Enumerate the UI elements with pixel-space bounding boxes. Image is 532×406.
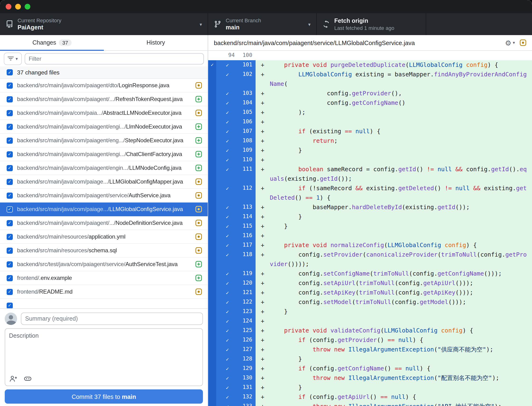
- line-included-check[interactable]: ✓: [216, 335, 238, 345]
- hunk-included-gutter[interactable]: [208, 70, 216, 89]
- file-row[interactable]: ✓frontend/.env.example: [0, 271, 208, 285]
- file-row[interactable]: ✓backend/src/main/resources/application.…: [0, 230, 208, 244]
- file-checkbox[interactable]: ✓: [7, 289, 13, 295]
- line-included-check[interactable]: ✓: [216, 222, 238, 231]
- hunk-included-gutter[interactable]: [208, 392, 216, 402]
- hunk-included-gutter[interactable]: [208, 203, 216, 212]
- file-row[interactable]: ✓backend/src/main/java/com/paiagent/engi…: [0, 147, 208, 161]
- file-checkbox[interactable]: ✓: [7, 261, 13, 267]
- line-included-check[interactable]: ✓: [216, 345, 238, 354]
- file-row[interactable]: ✓backend/src/main/java/com/paiage.../LLM…: [0, 203, 208, 216]
- hunk-included-gutter[interactable]: [208, 364, 216, 373]
- hunk-included-gutter[interactable]: [208, 127, 216, 136]
- copilot-icon[interactable]: [24, 375, 32, 382]
- line-included-check[interactable]: ✓: [216, 288, 238, 297]
- line-included-check[interactable]: ✓: [216, 136, 238, 146]
- file-checkbox[interactable]: ✓: [7, 302, 13, 308]
- hunk-included-gutter[interactable]: ✓: [208, 60, 216, 70]
- hunk-included-gutter[interactable]: [208, 231, 216, 240]
- file-row[interactable]: ✓backend/src/main/java/com/paiagent/serv…: [0, 189, 208, 203]
- hunk-included-gutter[interactable]: [208, 297, 216, 307]
- current-repository-button[interactable]: Current Repository PaiAgent ▾: [0, 13, 208, 35]
- file-row[interactable]: ✓backend/src/main/java/com/paiagent/eng.…: [0, 134, 208, 147]
- file-checkbox[interactable]: ✓: [7, 220, 13, 226]
- hunk-included-gutter[interactable]: [208, 155, 216, 165]
- tab-changes[interactable]: Changes 37: [0, 35, 104, 50]
- file-checkbox[interactable]: ✓: [7, 123, 13, 130]
- hunk-included-gutter[interactable]: [208, 307, 216, 316]
- line-included-check[interactable]: ✓: [216, 146, 238, 155]
- hunk-included-gutter[interactable]: [208, 146, 216, 155]
- file-checkbox[interactable]: ✓: [7, 165, 13, 171]
- file-checkbox[interactable]: ✓: [7, 234, 13, 240]
- hunk-included-gutter[interactable]: [208, 117, 216, 127]
- line-included-check[interactable]: ✓: [216, 269, 238, 278]
- select-all-checkbox[interactable]: ✓: [7, 69, 13, 75]
- line-included-check[interactable]: ✓: [216, 373, 238, 383]
- line-included-check[interactable]: ✓: [216, 212, 238, 222]
- file-checkbox[interactable]: ✓: [7, 275, 13, 281]
- diff-options-button[interactable]: ⚙ ▾: [505, 39, 515, 46]
- filter-options-button[interactable]: ▾: [4, 52, 22, 65]
- file-checkbox[interactable]: ✓: [7, 151, 13, 157]
- file-checkbox[interactable]: ✓: [7, 247, 13, 254]
- hunk-included-gutter[interactable]: [208, 89, 216, 98]
- line-included-check[interactable]: ✓: [216, 240, 238, 250]
- current-branch-button[interactable]: Current Branch main ▾: [208, 13, 317, 35]
- hunk-included-gutter[interactable]: [208, 108, 216, 117]
- file-checkbox[interactable]: ✓: [7, 192, 13, 198]
- zoom-window-button[interactable]: [25, 4, 30, 9]
- file-row[interactable]: ✓backend/src/main/java/com/paiagent/engi…: [0, 161, 208, 175]
- hunk-included-gutter[interactable]: [208, 136, 216, 146]
- line-included-check[interactable]: ✓: [216, 203, 238, 212]
- line-included-check[interactable]: ✓: [216, 108, 238, 117]
- hunk-included-gutter[interactable]: [208, 184, 216, 203]
- hunk-included-gutter[interactable]: [208, 222, 216, 231]
- hunk-included-gutter[interactable]: [208, 373, 216, 383]
- file-row[interactable]: ✓backend/src/main/java/com/paiagent/.../…: [0, 93, 208, 106]
- line-included-check[interactable]: ✓: [216, 155, 238, 165]
- line-included-check[interactable]: ✓: [216, 89, 238, 98]
- hunk-included-gutter[interactable]: [208, 326, 216, 335]
- line-included-check[interactable]: ✓: [216, 297, 238, 307]
- file-checkbox[interactable]: ✓: [7, 82, 13, 88]
- line-included-check[interactable]: ✓: [216, 383, 238, 392]
- line-included-check[interactable]: ✓: [216, 354, 238, 364]
- line-included-check[interactable]: ✓: [216, 278, 238, 288]
- hunk-included-gutter[interactable]: [208, 335, 216, 345]
- hunk-included-gutter[interactable]: [208, 316, 216, 326]
- line-included-check[interactable]: ✓: [216, 117, 238, 127]
- line-included-check[interactable]: ✓: [216, 60, 238, 70]
- fetch-origin-button[interactable]: Fetch origin Last fetched 1 minute ago: [317, 13, 426, 35]
- file-row[interactable]: ✓backend/src/main/java/com/paia.../Abstr…: [0, 106, 208, 120]
- add-coauthor-button[interactable]: [9, 375, 18, 382]
- filter-input[interactable]: [24, 53, 204, 64]
- file-checkbox[interactable]: ✓: [7, 179, 13, 185]
- file-row[interactable]: ✓backend/src/main/java/com/paiagent/dto/…: [0, 79, 208, 93]
- line-included-check[interactable]: ✓: [216, 165, 238, 184]
- hunk-included-gutter[interactable]: [208, 383, 216, 392]
- hunk-included-gutter[interactable]: [208, 250, 216, 269]
- file-checkbox[interactable]: ✓: [7, 96, 13, 102]
- hunk-included-gutter[interactable]: [208, 288, 216, 297]
- file-row[interactable]: ✓backend/src/test/java/com/paiagent/serv…: [0, 258, 208, 271]
- hunk-included-gutter[interactable]: [208, 165, 216, 184]
- file-checkbox[interactable]: ✓: [7, 206, 13, 212]
- hunk-included-gutter[interactable]: [208, 269, 216, 278]
- line-included-check[interactable]: ✓: [216, 70, 238, 89]
- line-included-check[interactable]: ✓: [216, 402, 238, 406]
- commit-summary-input[interactable]: [21, 312, 203, 325]
- line-included-check[interactable]: ✓: [216, 392, 238, 402]
- line-included-check[interactable]: ✓: [216, 231, 238, 240]
- hunk-included-gutter[interactable]: [208, 212, 216, 222]
- file-row[interactable]: ✓backend/src/main/java/com/paiage.../LLM…: [0, 175, 208, 189]
- tab-history[interactable]: History: [104, 35, 208, 50]
- hunk-included-gutter[interactable]: [208, 354, 216, 364]
- hunk-included-gutter[interactable]: [208, 98, 216, 108]
- file-row[interactable]: ✓: [0, 299, 208, 308]
- line-included-check[interactable]: ✓: [216, 307, 238, 316]
- hunk-included-gutter[interactable]: [208, 402, 216, 406]
- file-row[interactable]: ✓backend/src/main/java/com/paiagent/.../…: [0, 216, 208, 230]
- minimize-window-button[interactable]: [15, 4, 21, 9]
- line-included-check[interactable]: ✓: [216, 326, 238, 335]
